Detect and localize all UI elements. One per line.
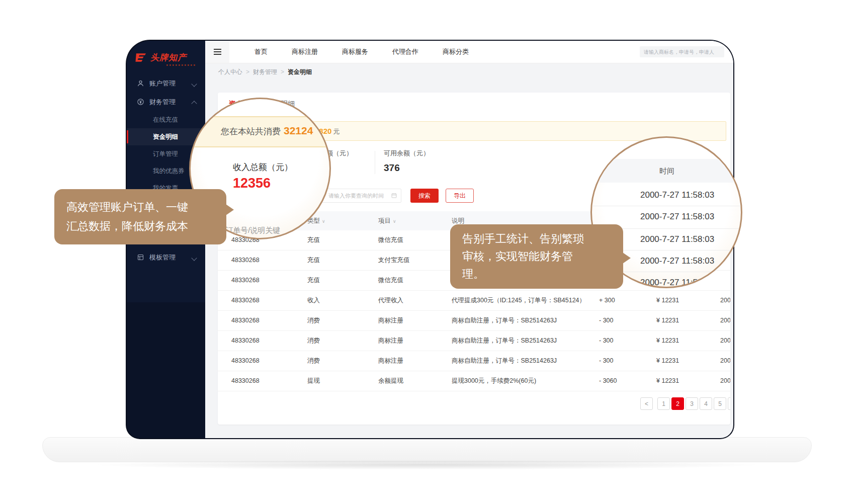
page-background: 头牌知产 账户管理 财务管理 — [0, 0, 853, 504]
cell-order: 48330268 — [231, 351, 260, 371]
cell-time: 2000-7-27 11:58:03 — [720, 311, 730, 330]
magnified-stat-value: 12356 — [233, 176, 271, 191]
cell-desc: 代理提成300元（ID:1245，订单号：SB45124） — [452, 291, 585, 310]
nav-tab[interactable]: 商标分类 — [431, 41, 481, 63]
cell-amount: - 300 — [599, 331, 614, 351]
nav-tab[interactable]: 商标服务 — [330, 41, 380, 63]
cell-type: 收入 — [307, 291, 320, 310]
tooltip-right: 告别手工统计、告别繁琐 审核，实现智能财务管 理。 — [450, 224, 623, 289]
calendar-icon[interactable] — [391, 191, 397, 200]
hamburger-menu-icon[interactable] — [205, 41, 229, 63]
cell-project: 商标注册 — [378, 331, 403, 351]
sort-caret-icon: ∨ — [393, 219, 396, 224]
cell-type: 充值 — [307, 230, 320, 250]
search-button[interactable]: 搜索 — [410, 189, 439, 203]
sidebar-item-label: 模板管理 — [149, 253, 176, 262]
breadcrumb-separator: > — [281, 68, 284, 75]
cell-desc: 商标自助注册，订单号：SB2514263J — [452, 311, 557, 330]
magnified-column-header: 订单号/说明关键 — [225, 226, 280, 235]
chevron-down-icon — [191, 255, 197, 261]
time-query-input[interactable] — [327, 192, 391, 199]
sidebar-item-template[interactable]: 模板管理 — [127, 248, 205, 267]
cell-project: 代理收入 — [378, 291, 403, 310]
magnified-date: 2000-7-27 11:58:03 — [640, 190, 714, 200]
magnified-date: 2000-7-27 11:58:03 — [640, 256, 714, 266]
cell-amount: - 300 — [599, 351, 614, 371]
breadcrumb: 个人中心>财务管理>资金明细 — [205, 63, 733, 80]
sort-caret-icon: ∨ — [322, 219, 325, 224]
logo-icon — [135, 53, 147, 65]
sidebar-item-account[interactable]: 账户管理 — [127, 74, 205, 93]
cell-desc: 商标自助注册，订单号：SB2514263J — [452, 331, 557, 351]
sidebar-item-label: 财务管理 — [149, 98, 176, 107]
page-number-button[interactable]: 3 — [686, 397, 698, 410]
chevron-down-icon — [191, 81, 197, 87]
breadcrumb-item[interactable]: 个人中心 — [218, 68, 242, 76]
chevron-up-icon — [191, 101, 197, 106]
breadcrumb-item[interactable]: 财务管理 — [253, 68, 277, 76]
export-button[interactable]: 导出 — [446, 189, 474, 203]
cell-type: 消费 — [307, 331, 320, 351]
page-number-button[interactable]: 1 — [657, 397, 670, 410]
table-row: 48330268消费商标注册商标自助注册，订单号：SB2514263J- 300… — [218, 351, 730, 371]
page-prev-button[interactable]: < — [640, 397, 653, 410]
cell-amount: - 300 — [599, 311, 614, 330]
page-number-button[interactable]: 2 — [671, 397, 684, 410]
cell-type: 充值 — [307, 271, 320, 290]
magnified-banner: 您在本站共消费32124 — [189, 116, 331, 147]
time-query-field[interactable] — [322, 189, 401, 203]
logo-title: 头牌知产 — [150, 53, 196, 63]
cell-project: 商标注册 — [378, 351, 403, 371]
cell-desc: 商标自助注册，订单号：SB2514263J — [452, 351, 557, 371]
cell-time: 2000-7-27 11:58:03 — [720, 351, 730, 371]
topbar-nav: 首页商标注册商标服务代理合作商标分类 — [242, 41, 481, 63]
sidebar-item-label: 账户管理 — [149, 79, 176, 88]
header-project[interactable]: 项目∨ — [378, 211, 396, 231]
search-input[interactable] — [640, 46, 724, 57]
cell-type: 消费 — [307, 351, 320, 371]
cell-time: 2000-7-27 11:58:03 — [720, 371, 730, 391]
laptop-base — [42, 437, 812, 462]
cell-project: 余额提现 — [378, 371, 403, 391]
table-row: 48330268消费商标注册商标自助注册，订单号：SB2514263J- 300… — [218, 331, 730, 351]
page-number-button[interactable]: 4 — [700, 397, 712, 410]
cell-balance: ¥ 12231 — [656, 291, 679, 310]
cell-order: 48330268 — [231, 291, 260, 310]
user-icon — [137, 79, 144, 87]
row-divider — [592, 206, 741, 206]
cell-time: 2000-7-27 11:58:03 — [720, 291, 730, 310]
cell-order: 48330268 — [231, 311, 260, 330]
magnified-date: 2000-7-27 11:58:03 — [640, 212, 714, 222]
sidebar-item-finance[interactable]: 财务管理 — [127, 93, 205, 111]
cell-balance: ¥ 12231 — [656, 331, 679, 351]
cell-desc: 提现3000元，手续费2%(60元) — [452, 371, 536, 391]
sidebar-item-online-recharge[interactable]: 在线充值 — [127, 111, 205, 128]
cell-balance: ¥ 12231 — [656, 371, 679, 391]
breadcrumb-separator: > — [246, 68, 249, 75]
logo: 头牌知产 — [127, 41, 205, 66]
table-row: 48330268消费商标注册商标自助注册，订单号：SB2514263J- 300… — [218, 311, 730, 331]
magnified-date: 2000-7-27 11:58:03 — [640, 234, 714, 244]
cell-balance: ¥ 12231 — [656, 351, 679, 371]
nav-tab[interactable]: 代理合作 — [380, 41, 431, 63]
cell-order: 48330268 — [231, 371, 260, 391]
page-next-button[interactable]: > — [728, 397, 730, 410]
nav-tab[interactable]: 商标注册 — [280, 41, 330, 63]
cell-order: 48330268 — [231, 331, 260, 351]
cell-project: 支付宝充值 — [378, 250, 410, 270]
cell-type: 提现 — [307, 371, 320, 391]
magnified-stat-label: 收入总额（元） — [233, 161, 293, 173]
cell-order: 48330268 — [231, 250, 260, 270]
table-row: 48330268收入代理收入代理提成300元（ID:1245，订单号：SB451… — [218, 291, 730, 311]
breadcrumb-item: 资金明细 — [288, 68, 312, 76]
cell-project: 微信充值 — [378, 230, 403, 250]
cell-order: 48330268 — [231, 271, 260, 290]
cell-type: 充值 — [307, 250, 320, 270]
nav-tab[interactable]: 首页 — [242, 41, 280, 63]
cell-type: 消费 — [307, 311, 320, 330]
page-number-button[interactable]: 5 — [714, 397, 726, 410]
stat-balance: 可用余额（元） 376 — [384, 149, 430, 174]
finance-icon — [137, 98, 144, 106]
topbar: 首页商标注册商标服务代理合作商标分类 — [205, 41, 733, 63]
pagination: <12345> — [640, 397, 730, 410]
